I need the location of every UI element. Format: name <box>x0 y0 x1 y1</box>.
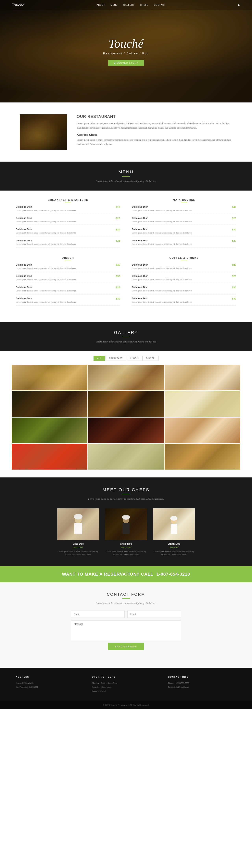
item-price: $45 <box>232 206 236 209</box>
gallery-filters: ALL BREAKFAST LUNCH DINNER <box>0 351 252 365</box>
menu-category-main: MAIN COURSE Delicious Dish Lorem ipsum d… <box>132 198 236 250</box>
reservation-phone: 1-887-654-3210 <box>156 571 190 577</box>
item-name: Delicious Dish <box>132 217 230 219</box>
item-desc: Lorem ipsum dolor sit amet, consectetur … <box>132 231 230 234</box>
chef-role: Head Chef <box>57 546 99 548</box>
item-price: $26 <box>116 286 120 289</box>
navigation: Touché ABOUT MENU GALLERY CHEFS CONTACT … <box>0 0 252 10</box>
menu-item: Delicious Dish Lorem ipsum dolor sit ame… <box>132 217 236 225</box>
nav-chefs[interactable]: CHEFS <box>140 4 148 6</box>
footer-hours-line3: Sunday: Closed <box>92 689 160 693</box>
menu-title: MENU <box>4 169 248 175</box>
chefs-title: MEET OUR CHEFS <box>12 487 240 492</box>
filter-breakfast[interactable]: BREAKFAST <box>106 356 127 361</box>
menu-category-drinks: COFFEE & DRINKS Delicious Dish Lorem ips… <box>132 256 236 308</box>
footer-hours-title: OPENING HOURS <box>92 676 160 678</box>
item-price: $30 <box>232 228 236 231</box>
chef-photo <box>153 508 195 540</box>
footer-contact-title: CONTACT INFO <box>168 676 236 678</box>
hero-section: Touché Restaurant / Coffee / Pub DISCOVE… <box>0 0 252 102</box>
gallery-item[interactable] <box>165 365 240 390</box>
contact-desc: Lorem ipsum dolor sit amet, consectetur … <box>12 602 240 605</box>
item-price: $26 <box>116 239 120 242</box>
gallery-item[interactable] <box>12 391 87 417</box>
item-desc: Lorem ipsum dolor sit amet, consectetur … <box>16 267 114 270</box>
nav-gallery[interactable]: GALLERY <box>123 4 135 6</box>
gallery-item[interactable] <box>88 417 164 443</box>
nav-contact[interactable]: CONTACT <box>154 4 166 6</box>
chef-name: Mike Doe <box>57 542 99 545</box>
email-input[interactable] <box>128 611 181 618</box>
submit-button[interactable]: SEND MESSAGE <box>108 643 144 650</box>
chef-role: Pastry Chef <box>105 546 147 548</box>
chefs-grid: Mike Doe Head Chef Lorem ipsum dolor sit… <box>57 508 195 556</box>
item-desc: Lorem ipsum dolor sit amet, consectetur … <box>132 289 230 292</box>
svg-rect-7 <box>171 524 177 534</box>
gallery-item[interactable] <box>165 444 240 470</box>
item-desc: Lorem ipsum dolor sit amet, consectetur … <box>16 220 114 223</box>
name-input[interactable] <box>71 611 124 618</box>
about-text: OUR RESTAURANT Lorem ipsum dolor sit ame… <box>77 114 232 150</box>
item-name: Delicious Dish <box>132 297 230 300</box>
category-main-title: MAIN COURSE <box>132 198 236 202</box>
hero-content: Touché Restaurant / Coffee / Pub DISCOVE… <box>103 37 149 66</box>
item-name: Delicious Dish <box>16 228 114 231</box>
item-name: Delicious Dish <box>132 286 230 289</box>
menu-item: Delicious Dish Lorem ipsum dolor sit ame… <box>16 275 120 283</box>
hero-title: Touché <box>103 37 149 51</box>
gallery-desc: Lorem ipsum dolor sit amet, consectetur … <box>4 340 248 343</box>
chefs-section: MEET OUR CHEFS Lorem ipsum dolor sit ame… <box>0 477 252 566</box>
footer-address-title: ADDRESS <box>16 676 84 678</box>
gallery-item[interactable] <box>12 417 87 443</box>
gallery-item[interactable] <box>12 365 87 390</box>
item-price: $20 <box>116 228 120 231</box>
footer-email[interactable]: Email: info@email.com <box>168 685 236 689</box>
gallery-item[interactable] <box>165 391 240 417</box>
footer-contact: CONTACT INFO Phone: +1 555 555 5555 Emai… <box>168 676 236 693</box>
nav-menu[interactable]: MENU <box>111 4 118 6</box>
filter-lunch[interactable]: LUNCH <box>127 356 142 361</box>
item-name: Delicious Dish <box>16 297 114 300</box>
item-name: Delicious Dish <box>132 239 230 242</box>
svg-point-5 <box>122 515 130 520</box>
menu-item: Delicious Dish Lorem ipsum dolor sit ame… <box>16 228 120 237</box>
menu-category-breakfast: BREAKFAST & STARTERS Delicious Dish Lore… <box>16 198 120 250</box>
footer-address: ADDRESS Lorem California St. San Francis… <box>16 676 84 693</box>
reservation-bar: WANT TO MAKE A RESERVATION? CALL 1-887-6… <box>0 566 252 582</box>
nav-about[interactable]: ABOUT <box>97 4 105 6</box>
message-input[interactable] <box>71 621 181 640</box>
category-drinks-title: COFFEE & DRINKS <box>132 256 236 259</box>
item-price: $30 <box>116 297 120 300</box>
gallery-item[interactable] <box>12 444 87 470</box>
item-desc: Lorem ipsum dolor sit amet, consectetur … <box>16 243 114 246</box>
menu-item: Delicious Dish Lorem ipsum dolor sit ame… <box>132 286 236 294</box>
discover-button[interactable]: DISCOVER STORY <box>108 60 144 66</box>
menu-item: Delicious Dish Lorem ipsum dolor sit ame… <box>132 297 236 306</box>
gallery-item[interactable] <box>88 391 164 417</box>
footer-hours-line2: Saturday: 10am - 4pm <box>92 685 160 689</box>
gallery-item[interactable] <box>88 444 164 470</box>
copyright: © 2024 Touché Restaurant. All Rights Res… <box>103 704 149 706</box>
hero-subtitle: Restaurant / Coffee / Pub <box>103 52 149 55</box>
nav-social-icon[interactable]: ▶ <box>238 3 240 7</box>
item-desc: Lorem ipsum dolor sit amet, consectetur … <box>132 278 230 281</box>
svg-rect-4 <box>122 523 130 534</box>
menu-item: Delicious Dish Lorem ipsum dolor sit ame… <box>16 286 120 294</box>
gallery-item[interactable] <box>165 417 240 443</box>
about-description: Lorem ipsum dolor sit amet, consectetur … <box>77 122 232 130</box>
chef-photo <box>105 508 147 540</box>
item-price: $35 <box>232 264 236 267</box>
item-price: $30 <box>232 297 236 300</box>
category-dinner-title: DINNER <box>16 256 120 259</box>
filter-dinner[interactable]: DINNER <box>142 356 158 361</box>
gallery-item[interactable] <box>88 365 164 390</box>
item-price: $20 <box>116 217 120 220</box>
filter-all[interactable]: ALL <box>94 356 105 361</box>
svg-rect-1 <box>74 523 82 534</box>
menu-item: Delicious Dish Lorem ipsum dolor sit ame… <box>16 297 120 306</box>
menu-header: MENU Lorem ipsum dolor sit amet, consect… <box>0 162 252 190</box>
menu-item: Delicious Dish Lorem ipsum dolor sit ame… <box>132 275 236 283</box>
chef-card: Mike Doe Head Chef Lorem ipsum dolor sit… <box>57 508 99 556</box>
chef-name: Chris Doe <box>105 542 147 545</box>
about-title: OUR RESTAURANT <box>77 114 232 119</box>
